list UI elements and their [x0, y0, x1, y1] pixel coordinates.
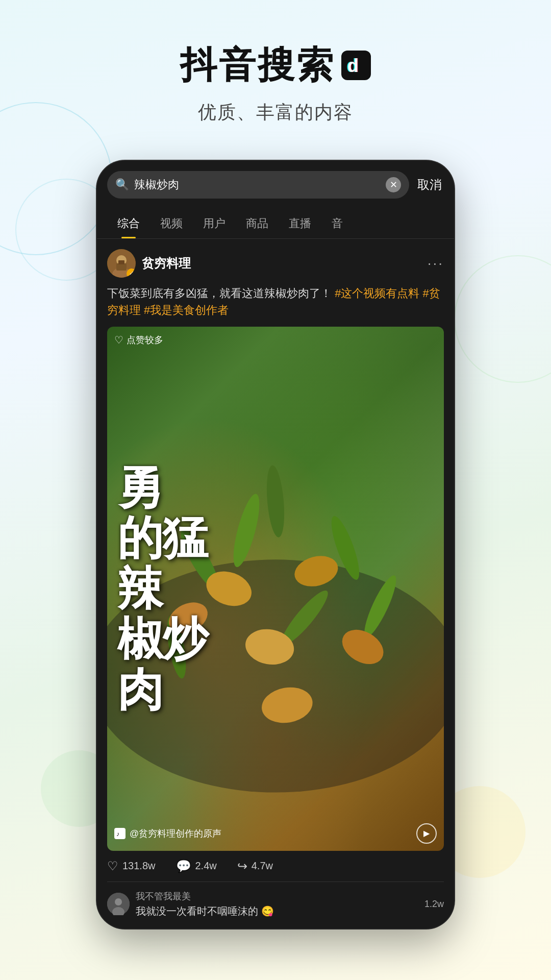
post-card: ✓ 贫穷料理 ··· 下饭菜到底有多凶猛，就看这道辣椒炒肉了！ #这个视频有点料… — [107, 249, 444, 918]
shares-count: 4.7w — [252, 860, 273, 872]
username[interactable]: 贫穷料理 — [142, 255, 191, 272]
comment-username: 我不管我最美 — [136, 890, 418, 902]
likes-stat[interactable]: ♡ 131.8w — [107, 859, 156, 873]
phone-container: 🔍 辣椒炒肉 ✕ 取消 综合 视频 用户 商品 直播 — [0, 161, 551, 928]
svg-text:♪: ♪ — [116, 830, 119, 838]
comment-text: 我就没一次看时不咽唾沫的 😋 — [136, 904, 418, 918]
search-area: 🔍 辣椒炒肉 ✕ 取消 — [97, 161, 454, 199]
cancel-search-button[interactable]: 取消 — [415, 173, 444, 197]
tab-live[interactable]: 直播 — [279, 212, 321, 238]
comments-icon: 💬 — [176, 859, 191, 873]
phone-mockup: 🔍 辣椒炒肉 ✕ 取消 综合 视频 用户 商品 直播 — [97, 161, 454, 928]
comment-avatar — [107, 893, 130, 915]
svg-rect-8 — [118, 260, 124, 264]
search-icon: 🔍 — [115, 178, 129, 191]
likes-count: 131.8w — [122, 860, 156, 872]
clear-search-button[interactable]: ✕ — [386, 177, 401, 192]
app-title: 抖音搜索 d d d — [20, 41, 531, 90]
verified-badge: ✓ — [127, 268, 136, 278]
tiktok-small-icon: ♪ — [114, 828, 126, 839]
post-header: ✓ 贫穷料理 ··· — [107, 249, 444, 278]
video-container[interactable]: ♡ 点赞较多 勇的猛辣椒炒肉 — [107, 327, 444, 851]
search-bar-row: 🔍 辣椒炒肉 ✕ 取消 — [107, 171, 444, 199]
stats-row: ♡ 131.8w 💬 2.4w ↪ 4.7w — [107, 859, 444, 882]
tab-product[interactable]: 商品 — [236, 212, 279, 238]
audio-bar: ♪ @贫穷料理创作的原声 ▶ — [114, 823, 437, 844]
tab-audio[interactable]: 音 — [321, 212, 353, 238]
content-area: ✓ 贫穷料理 ··· 下饭菜到底有多凶猛，就看这道辣椒炒肉了！ #这个视频有点料… — [97, 239, 454, 928]
comments-count: 2.4w — [195, 860, 217, 872]
share-icon: ↪ — [237, 859, 247, 873]
search-query-text: 辣椒炒肉 — [134, 177, 381, 192]
header-section: 抖音搜索 d d d 优质、丰富的内容 — [0, 0, 551, 145]
svg-rect-7 — [116, 263, 127, 271]
tiktok-logo-icon: d d d — [341, 51, 371, 80]
post-description: 下饭菜到底有多凶猛，就看这道辣椒炒肉了！ #这个视频有点料 #贫穷料理 #我是美… — [107, 285, 444, 318]
tab-comprehensive[interactable]: 综合 — [107, 212, 150, 238]
title-text: 抖音搜索 — [180, 41, 335, 90]
audio-text: @贫穷料理创作的原声 — [130, 827, 221, 840]
comment-texts: 我不管我最美 我就没一次看时不咽唾沫的 😋 — [136, 890, 418, 918]
tab-bar: 综合 视频 用户 商品 直播 音 — [97, 204, 454, 239]
comments-stat[interactable]: 💬 2.4w — [176, 859, 217, 873]
search-bar[interactable]: 🔍 辣椒炒肉 ✕ — [107, 171, 409, 199]
description-text: 下饭菜到底有多凶猛，就看这道辣椒炒肉了！ — [107, 287, 332, 300]
svg-point-25 — [115, 898, 122, 905]
more-options-button[interactable]: ··· — [428, 255, 444, 272]
audio-info: ♪ @贫穷料理创作的原声 — [114, 827, 221, 840]
shares-stat[interactable]: ↪ 4.7w — [237, 859, 273, 873]
comment-preview: 我不管我最美 我就没一次看时不咽唾沫的 😋 1.2w — [107, 882, 444, 918]
svg-text:d: d — [347, 55, 361, 76]
comment-count: 1.2w — [424, 899, 444, 910]
video-background: ♡ 点赞较多 勇的猛辣椒炒肉 — [107, 327, 444, 851]
subtitle-text: 优质、丰富的内容 — [20, 100, 531, 125]
video-big-text: 勇的猛辣椒炒肉 — [117, 462, 207, 715]
tab-user[interactable]: 用户 — [193, 212, 236, 238]
user-info: ✓ 贫穷料理 — [107, 249, 191, 278]
avatar[interactable]: ✓ — [107, 249, 136, 278]
video-text-overlay: 勇的猛辣椒炒肉 — [107, 327, 444, 851]
likes-icon: ♡ — [107, 859, 118, 873]
tab-video[interactable]: 视频 — [150, 212, 193, 238]
play-button[interactable]: ▶ — [416, 823, 437, 844]
